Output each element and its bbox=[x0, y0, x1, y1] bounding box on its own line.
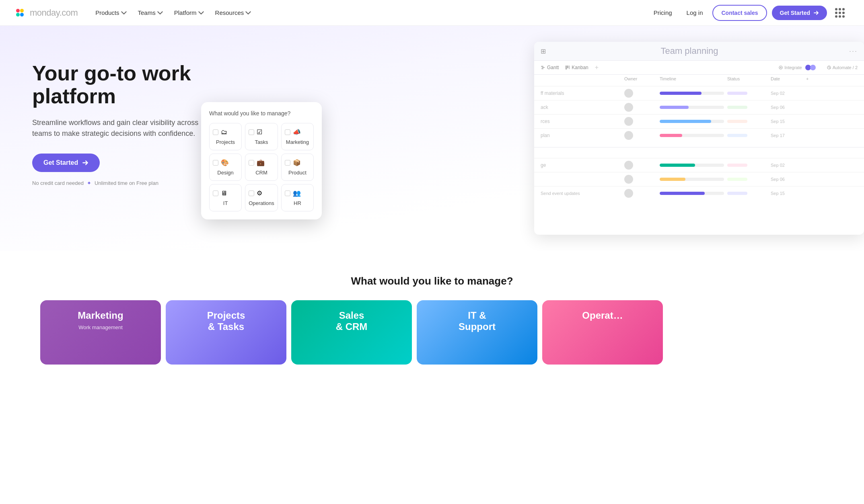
mockup-section2-header bbox=[534, 149, 864, 155]
modal-title: What would you like to manage? bbox=[209, 110, 314, 117]
modal-label-product: Product bbox=[285, 170, 310, 176]
nav-teams[interactable]: Teams bbox=[133, 6, 168, 19]
modal-checkbox-projects bbox=[213, 129, 218, 135]
chevron-down-icon bbox=[245, 10, 251, 16]
nav-left: monday.com Products Teams Platform Resou… bbox=[16, 6, 256, 19]
modal-label-tasks: Tasks bbox=[249, 139, 274, 145]
hr-icon: 👥 bbox=[293, 189, 301, 197]
nav-pricing[interactable]: Pricing bbox=[649, 6, 677, 19]
card-marketing-sub: Work management bbox=[50, 324, 151, 330]
logo-dot-yellow bbox=[20, 9, 24, 12]
modal-item-it[interactable]: 🖥 IT bbox=[209, 184, 242, 211]
avatar bbox=[624, 175, 633, 184]
navigation: monday.com Products Teams Platform Resou… bbox=[0, 0, 864, 26]
card-projects[interactable]: Projects & Tasks bbox=[166, 300, 286, 365]
logo[interactable]: monday.com bbox=[16, 8, 78, 18]
modal-label-crm: CRM bbox=[249, 170, 274, 176]
mockup-topbar: ⊞ Team planning ··· bbox=[534, 42, 864, 61]
timeline-bar bbox=[660, 120, 724, 123]
card-operations-title: Operat… bbox=[552, 310, 653, 321]
table-row: Send event updates Sep 15 bbox=[534, 186, 864, 200]
modal-checkbox-design bbox=[213, 160, 218, 166]
product-icon: 📦 bbox=[293, 159, 301, 166]
get-started-hero-button[interactable]: Get Started bbox=[32, 154, 100, 172]
kanban-icon bbox=[565, 65, 570, 70]
table-row: Sep 06 bbox=[534, 172, 864, 186]
mockup-tab-gantt[interactable]: Gantt bbox=[541, 65, 559, 70]
arrow-right-icon bbox=[82, 160, 88, 166]
manage-modal: What would you like to manage? 🗂 Project… bbox=[201, 102, 322, 219]
nav-links: Products Teams Platform Resources bbox=[91, 6, 256, 19]
table-row: ack Sep 06 bbox=[534, 100, 864, 114]
tasks-icon: ☑ bbox=[257, 128, 262, 136]
projects-icon: 🗂 bbox=[221, 129, 227, 136]
modal-checkbox-product bbox=[285, 160, 290, 166]
avatar bbox=[624, 103, 633, 112]
chevron-down-icon bbox=[121, 10, 127, 16]
operations-icon: ⚙ bbox=[257, 189, 262, 197]
chevron-down-icon bbox=[157, 10, 163, 16]
timeline-bar bbox=[660, 92, 724, 95]
table-row: rces Sep 15 bbox=[534, 114, 864, 128]
contact-sales-button[interactable]: Contact sales bbox=[712, 5, 767, 21]
modal-item-operations[interactable]: ⚙ Operations bbox=[245, 184, 278, 211]
mockup-tab-kanban[interactable]: Kanban bbox=[565, 65, 588, 70]
gantt-icon bbox=[541, 65, 545, 70]
cards-row: Marketing Work management Projects & Tas… bbox=[16, 300, 848, 365]
what-section: What would you like to manage? Marketing… bbox=[0, 251, 864, 365]
modal-checkbox-it bbox=[213, 191, 218, 196]
modal-item-marketing[interactable]: 📣 Marketing bbox=[281, 123, 314, 150]
modal-label-hr: HR bbox=[285, 200, 310, 206]
hero-section: Your go-to work platform Streamline work… bbox=[0, 26, 864, 251]
hero-title: Your go-to work platform bbox=[32, 62, 233, 108]
mockup-add-tab[interactable]: + bbox=[595, 64, 599, 71]
card-operations[interactable]: Operat… bbox=[542, 300, 663, 365]
modal-label-marketing: Marketing bbox=[285, 139, 310, 145]
card-it[interactable]: IT & Support bbox=[417, 300, 537, 365]
modal-item-crm[interactable]: 💼 CRM bbox=[245, 154, 278, 181]
modal-checkbox-operations bbox=[249, 191, 254, 196]
logo-dot-blue bbox=[20, 13, 24, 16]
nav-products[interactable]: Products bbox=[91, 6, 131, 19]
timeline-bar bbox=[660, 164, 724, 167]
get-started-nav-button[interactable]: Get Started bbox=[772, 6, 827, 20]
svg-rect-3 bbox=[566, 66, 567, 70]
avatar bbox=[624, 161, 633, 170]
svg-rect-5 bbox=[569, 66, 570, 69]
modal-checkbox-hr bbox=[285, 191, 290, 196]
nav-resources[interactable]: Resources bbox=[210, 6, 256, 19]
timeline-bar bbox=[660, 192, 724, 195]
crm-icon: 💼 bbox=[257, 159, 265, 166]
modal-item-projects[interactable]: 🗂 Projects bbox=[209, 123, 242, 150]
timeline-bar bbox=[660, 134, 724, 137]
hero-right: ⊞ Team planning ··· Gantt Kanban + Integ… bbox=[233, 50, 840, 251]
chevron-down-icon bbox=[198, 10, 204, 16]
timeline-bar bbox=[660, 178, 724, 181]
modal-checkbox-crm bbox=[249, 160, 254, 166]
it-icon: 🖥 bbox=[221, 190, 227, 197]
nav-login[interactable]: Log in bbox=[682, 6, 708, 19]
logo-dot-red bbox=[16, 9, 20, 12]
table-row: plan Sep 17 bbox=[534, 128, 864, 142]
modal-item-design[interactable]: 🎨 Design bbox=[209, 154, 242, 181]
marketing-icon: 📣 bbox=[293, 128, 301, 136]
nav-grid-button[interactable] bbox=[832, 5, 848, 21]
logo-wordmark: monday.com bbox=[30, 8, 78, 18]
nav-platform[interactable]: Platform bbox=[169, 6, 209, 19]
avatar bbox=[624, 89, 633, 98]
modal-item-product[interactable]: 📦 Product bbox=[281, 154, 314, 181]
card-marketing[interactable]: Marketing Work management bbox=[40, 300, 161, 365]
card-sales[interactable]: Sales & CRM bbox=[291, 300, 412, 365]
modal-label-design: Design bbox=[213, 170, 238, 176]
modal-item-hr[interactable]: 👥 HR bbox=[281, 184, 314, 211]
svg-rect-2 bbox=[541, 68, 543, 69]
modal-label-it: IT bbox=[213, 200, 238, 206]
mockup-table-header: Owner Timeline Status Date + bbox=[534, 75, 864, 83]
mockup-grid-icon: ⊞ bbox=[541, 47, 546, 55]
mockup-more-icon: ··· bbox=[849, 47, 858, 55]
modal-grid: 🗂 Projects ☑ Tasks 📣 Mark bbox=[209, 123, 314, 211]
arrow-right-icon bbox=[813, 10, 819, 16]
hero-subtitle: Streamline workflows and gain clear visi… bbox=[32, 117, 201, 139]
modal-item-tasks[interactable]: ☑ Tasks bbox=[245, 123, 278, 150]
card-projects-title: Projects & Tasks bbox=[175, 310, 277, 332]
